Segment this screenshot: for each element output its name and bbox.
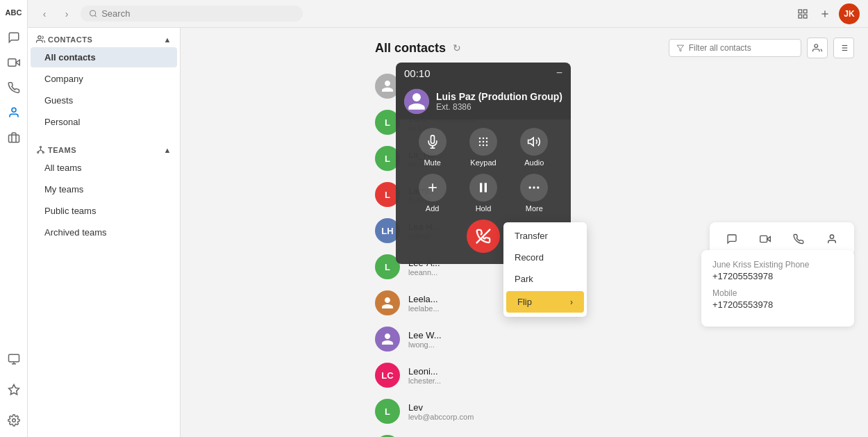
avatar: L [375,399,400,424]
svg-rect-4 [8,354,19,362]
more-button[interactable]: More [520,174,548,213]
search-bar [81,6,303,22]
svg-point-50 [533,186,535,188]
phone-label-2: Mobile [712,288,843,298]
mute-button[interactable]: Mute [419,128,446,167]
sidebar: Contacts ▲ All contacts Company Guests P… [28,0,181,437]
topbar-right: JK [794,3,860,24]
contacts-collapse-icon[interactable]: ▲ [164,35,172,44]
svg-marker-0 [16,60,19,65]
teams-section-header: Teams ▲ [28,138,180,157]
minimize-button[interactable]: − [556,67,562,79]
svg-point-37 [486,138,488,140]
audio-icon [520,128,548,156]
caller-avatar [404,89,429,114]
main-content: All contacts ↻ Lance Mulvaney lmulvaney@… [361,28,868,437]
table-row[interactable]: LC Leoni... lchester... [361,357,868,393]
call-actions-row-1: Mute Keypad Audio [407,128,560,167]
user-avatar[interactable]: JK [839,3,860,24]
call-overlay: 00:10 − Luis Paz (Prodution Group) Ext. … [396,63,571,264]
dropdown-flip[interactable]: Flip › [506,291,584,313]
table-row[interactable]: L Lewis Not activated lcarroll@def.com [361,429,868,437]
dropdown-park[interactable]: Park [503,268,587,290]
sidebar-item-all-teams[interactable]: All teams [31,158,177,178]
keypad-icon [469,128,497,156]
svg-marker-7 [8,385,19,395]
mute-icon [419,128,446,156]
monitor-icon[interactable] [3,348,25,370]
svg-point-38 [479,141,481,143]
filter-input-wrapper [669,39,801,57]
svg-line-15 [41,150,44,151]
audio-button[interactable]: Audio [520,128,548,167]
sidebar-item-company[interactable]: Company [31,69,177,89]
more-icon [520,174,548,201]
hold-button[interactable]: Hold [469,174,497,213]
add-call-icon [419,174,446,201]
table-row[interactable]: L Lev levb@abccorp.com [361,393,868,429]
contacts-icon[interactable] [3,101,25,124]
keypad-button[interactable]: Keypad [469,128,497,167]
dropdown-record[interactable]: Record [503,247,587,268]
caller-details: Luis Paz (Prodution Group) Ext. 8386 [436,91,562,112]
sidebar-item-archived-teams[interactable]: Archived teams [31,222,177,242]
list-view-button[interactable] [833,38,854,58]
person-view-button[interactable] [807,38,828,58]
contact-info: Leoni... lchester... [408,366,854,385]
chat-icon[interactable] [3,26,25,49]
call-actions-row-2: Add Hold More [407,174,560,213]
filter-input[interactable] [689,43,794,53]
svg-point-40 [486,141,488,143]
svg-rect-3 [8,135,19,142]
app-logo: ABC [4,6,24,19]
sidebar-item-personal[interactable]: Personal [31,112,177,132]
svg-rect-47 [480,183,482,192]
sidebar-item-my-teams[interactable]: My teams [31,179,177,199]
dropdown-transfer[interactable]: Transfer [503,225,587,247]
sidebar-item-public-teams[interactable]: Public teams [31,201,177,221]
end-call-button[interactable] [467,220,500,253]
avatar [375,290,400,315]
sidebar-item-guests[interactable]: Guests [31,90,177,110]
svg-rect-21 [803,15,807,18]
svg-point-55 [830,235,833,238]
svg-rect-18 [799,10,802,13]
refresh-button[interactable]: ↻ [453,42,461,53]
star-icon[interactable] [3,379,25,401]
call-action-button[interactable] [787,228,810,250]
forward-button[interactable]: › [58,6,75,22]
svg-point-9 [38,36,41,39]
chevron-right-icon: › [570,297,573,307]
add-button[interactable] [817,6,833,22]
svg-rect-20 [799,15,802,18]
search-input[interactable] [101,8,294,19]
back-button[interactable]: ‹ [36,6,53,22]
contact-info: Lev levb@abccorp.com [408,402,854,421]
add-call-button[interactable]: Add [419,174,446,213]
filter-icon [676,44,685,53]
contacts-section-header: Contacts ▲ [28,28,180,47]
svg-rect-54 [760,236,767,242]
svg-point-16 [90,10,96,16]
svg-line-17 [94,15,96,17]
topbar: ‹ › JK [28,0,868,28]
phone-icon[interactable] [3,76,25,99]
video-icon[interactable] [3,51,25,74]
svg-point-49 [529,186,531,188]
video-action-button[interactable] [754,228,776,250]
teams-icon[interactable] [3,126,25,149]
sidebar-item-all-contacts[interactable]: All contacts [31,47,177,67]
svg-marker-53 [767,237,771,242]
chat-action-button[interactable] [721,228,743,250]
hold-icon [469,174,497,201]
apps-button[interactable] [794,6,811,22]
more-dropdown: Transfer Record Park Flip › [503,222,587,317]
teams-collapse-icon[interactable]: ▲ [164,146,172,154]
svg-point-36 [483,138,485,140]
icon-rail: ABC [0,0,28,437]
svg-point-42 [483,145,485,147]
settings-icon[interactable] [3,409,25,431]
content-header: All contacts ↻ [361,28,868,65]
add-contact-action-button[interactable] [821,228,843,250]
filter-bar [669,38,854,58]
